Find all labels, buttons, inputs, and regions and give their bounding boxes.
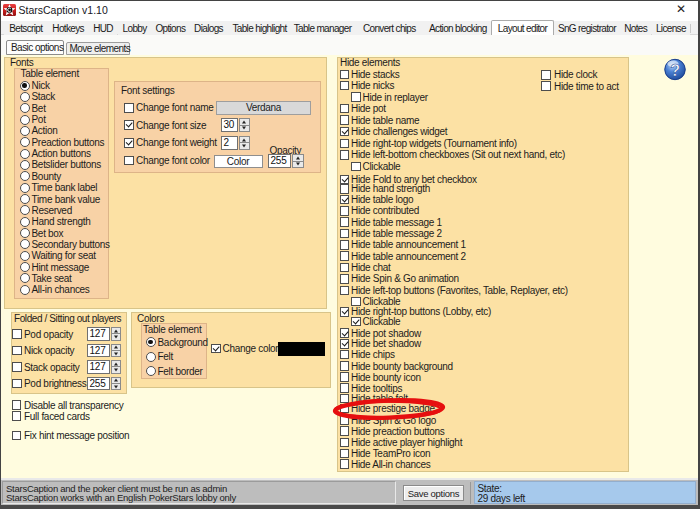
svg-text:?: ? [670, 62, 680, 79]
